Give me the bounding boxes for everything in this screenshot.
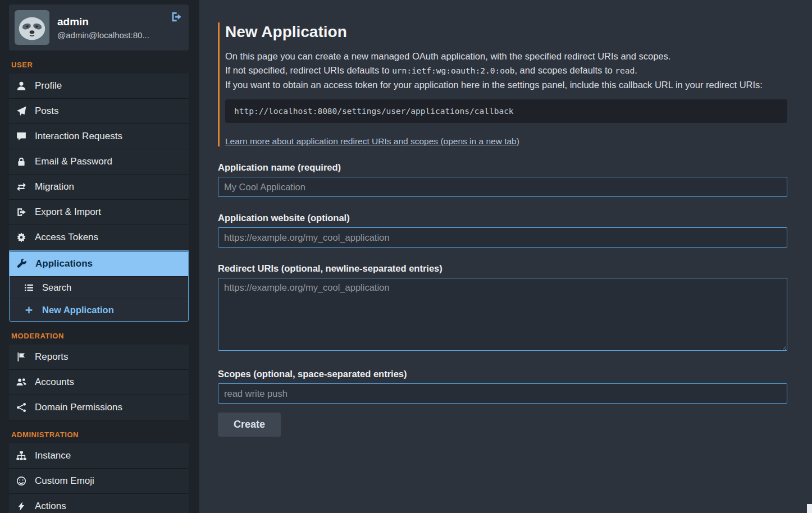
comment-icon (16, 131, 27, 141)
sidebar-item-accounts[interactable]: Accounts (9, 370, 189, 395)
sidebar-item-reports[interactable]: Reports (9, 345, 189, 370)
inline-code-read: read (615, 66, 635, 75)
sidebar-item-domain-permissions[interactable]: Domain Permissions (9, 395, 189, 420)
user-meta: admin @admin@localhost:80... (57, 16, 149, 40)
sidebar-item-new-application[interactable]: New Application (10, 299, 188, 321)
users-icon (16, 377, 27, 387)
redirect-uris-textarea[interactable] (218, 278, 787, 351)
page-title: New Application (225, 22, 787, 42)
learn-more-link[interactable]: Learn more about application redirect UR… (225, 136, 519, 146)
flag-icon (16, 352, 27, 362)
sidebar-item-label: Email & Password (35, 156, 112, 167)
sidebar-item-posts[interactable]: Posts (9, 99, 189, 124)
application-website-input[interactable] (218, 227, 787, 248)
list-icon (23, 283, 34, 292)
sidebar: admin @admin@localhost:80... USER Profil… (0, 0, 199, 513)
exchange-icon (16, 182, 27, 192)
sidebar-item-profile[interactable]: Profile (9, 74, 189, 99)
lock-icon (16, 157, 27, 167)
sidebar-item-label: Applications (35, 258, 93, 269)
bolt-icon (16, 501, 27, 511)
smiley-icon (16, 476, 27, 486)
sidebar-item-label: Accounts (35, 377, 74, 388)
sidebar-item-label: Actions (35, 501, 66, 512)
section-title-user: USER (11, 61, 186, 69)
callback-url-codeblock: http://localhost:8080/settings/user/appl… (225, 99, 787, 123)
application-name-input[interactable] (218, 177, 787, 197)
inline-code-oob: urn:ietf:wg:oauth:2.0:oob (392, 66, 514, 75)
sidebar-item-label: Migration (35, 181, 74, 193)
sidebar-item-applications[interactable]: Applications (10, 251, 188, 276)
sidebar-item-label: Access Tokens (35, 232, 98, 243)
sidebar-item-label: Interaction Requests (35, 131, 122, 142)
certificate-icon (16, 232, 27, 242)
sidebar-item-label: New Application (42, 305, 114, 315)
user-avatar (15, 10, 49, 45)
user-handle: @admin@localhost:80... (57, 30, 149, 40)
plus-icon (23, 305, 34, 315)
sidebar-item-label: Search (42, 282, 71, 293)
sidebar-group-applications: Applications Search New Application (9, 250, 189, 322)
user-name: admin (57, 16, 149, 28)
sidebar-section-moderation: MODERATION Reports Accounts Domain Permi… (9, 332, 189, 420)
sidebar-item-email-password[interactable]: Email & Password (9, 149, 189, 175)
redirect-uris-label: Redirect URIs (optional, newline-separat… (218, 263, 787, 274)
wrench-icon (16, 259, 28, 269)
sidebar-item-export-import[interactable]: Export & Import (9, 200, 189, 225)
section-title-administration: ADMINISTRATION (11, 430, 186, 439)
paper-plane-icon (16, 106, 27, 116)
sidebar-item-applications-search[interactable]: Search (10, 276, 188, 299)
sidebar-item-custom-emoji[interactable]: Custom Emoji (9, 469, 189, 494)
new-application-docs: New Application On this page you can cre… (218, 22, 787, 146)
intro-paragraph-3: If you want to obtain an access token fo… (225, 78, 787, 92)
share-nodes-icon (16, 402, 27, 413)
new-application-form: Application name (required) Application … (218, 162, 787, 437)
sidebar-item-label: Domain Permissions (35, 402, 122, 413)
sidebar-item-instance[interactable]: Instance (9, 443, 189, 469)
settings-app: admin @admin@localhost:80... USER Profil… (0, 0, 812, 513)
sign-out-icon[interactable] (171, 11, 182, 22)
application-name-label: Application name (required) (218, 162, 787, 173)
sidebar-section-user: USER Profile Posts Interaction Requests … (9, 61, 189, 322)
scrollbar-thumb[interactable] (807, 504, 812, 513)
scopes-label: Scopes (optional, space-separated entrie… (218, 369, 787, 379)
user-card[interactable]: admin @admin@localhost:80... (9, 4, 189, 51)
sidebar-item-label: Instance (35, 450, 71, 461)
sitemap-icon (16, 451, 27, 461)
intro-paragraph-2: If not specified, redirect URIs defaults… (225, 63, 787, 78)
sidebar-item-interaction-requests[interactable]: Interaction Requests (9, 124, 189, 149)
sidebar-item-actions[interactable]: Actions (9, 494, 189, 513)
scopes-input[interactable] (218, 383, 787, 404)
main-content: New Application On this page you can cre… (199, 0, 812, 513)
sidebar-item-label: Custom Emoji (35, 475, 94, 487)
application-website-label: Application website (optional) (218, 213, 787, 223)
sidebar-item-label: Profile (35, 80, 62, 91)
sidebar-section-administration: ADMINISTRATION Instance Custom Emoji Act… (9, 430, 189, 513)
sidebar-item-access-tokens[interactable]: Access Tokens (9, 225, 189, 250)
sidebar-item-label: Export & Import (35, 207, 101, 218)
export-icon (16, 207, 27, 217)
sidebar-item-migration[interactable]: Migration (9, 175, 189, 200)
sidebar-item-label: Reports (35, 351, 69, 363)
intro-paragraph-1: On this page you can create a new manage… (225, 49, 787, 63)
section-title-moderation: MODERATION (11, 332, 186, 340)
user-icon (16, 81, 27, 91)
create-button[interactable]: Create (218, 413, 281, 437)
sidebar-item-label: Posts (35, 106, 59, 117)
